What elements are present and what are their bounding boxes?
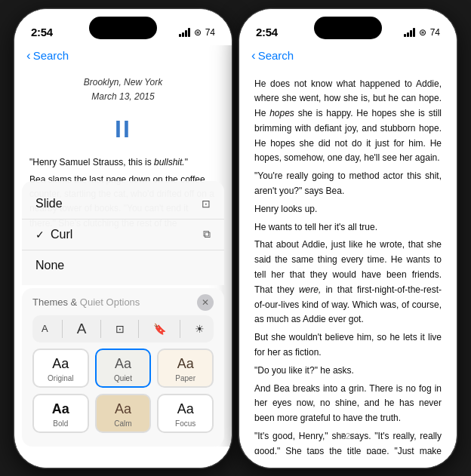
theme-label-original: Original xyxy=(48,374,73,382)
theme-aa-focus: Aa xyxy=(177,401,194,417)
battery-text: 74 xyxy=(205,27,215,38)
divider-4 xyxy=(180,320,180,338)
slide-label: Slide xyxy=(35,197,63,210)
theme-aa-paper: Aa xyxy=(177,356,194,372)
scroll-option-curl[interactable]: ✓ Curl ⧉ xyxy=(22,220,224,250)
nav-bar-left: ‹ Search xyxy=(14,45,232,68)
reading-para-6: But she wouldn't believe him, so he lets… xyxy=(254,330,442,361)
theme-card-quiet[interactable]: Aa Quiet xyxy=(95,349,152,388)
check-icon: ✓ xyxy=(35,229,45,241)
scroll-option-none[interactable]: None xyxy=(22,250,224,281)
bottom-bar-left xyxy=(14,447,232,468)
nav-bar-right: ‹ Search xyxy=(239,45,457,68)
dynamic-island-right xyxy=(314,17,382,39)
divider-3 xyxy=(138,320,139,338)
reading-para-8: And Bea breaks into a grin. There is no … xyxy=(254,382,442,426)
brightness-icon: ☀ xyxy=(195,323,205,335)
right-phone: 2:54 ⊛ 74 ‹ Search He does not know what xyxy=(239,8,457,468)
divider-1 xyxy=(62,320,63,338)
font-controls: A A ⊡ 🔖 ☀ xyxy=(32,315,214,342)
close-button[interactable]: ✕ xyxy=(197,294,214,311)
para-1: "Henry Samuel Strauss, this is bullshit.… xyxy=(29,155,217,170)
book-location: Brooklyn, New York March 13, 2015 xyxy=(29,75,217,106)
battery-text-right: 74 xyxy=(430,27,440,38)
reading-para-1: He does not know what happened to Addie,… xyxy=(254,77,442,167)
phones-container: 2:54 ⊛ 74 ‹ Search Brooklyn, Ne xyxy=(14,8,457,468)
theme-label-calm: Calm xyxy=(114,419,131,428)
reading-para-4: He wants to tell her it's all true. xyxy=(254,220,442,235)
time-right: 2:54 xyxy=(256,26,278,38)
curl-label: Curl xyxy=(51,228,72,241)
theme-card-calm[interactable]: Aa Calm xyxy=(95,394,152,433)
chevron-left-icon-right: ‹ xyxy=(251,48,256,63)
reading-para-3: Henry looks up. xyxy=(254,202,442,217)
wifi-icon: ⊛ xyxy=(194,27,202,38)
slide-icon: ⊡ xyxy=(202,198,211,210)
theme-aa-quiet: Aa xyxy=(115,356,131,372)
scroll-option-slide[interactable]: Slide ⊡ xyxy=(22,189,224,220)
themes-title: Themes & Quiet Options xyxy=(32,296,140,308)
theme-aa-original: Aa xyxy=(52,356,69,372)
font-style-icon: ⊡ xyxy=(115,323,125,335)
theme-label-quiet: Quiet xyxy=(114,374,132,382)
status-icons-left: ⊛ 74 xyxy=(179,27,215,38)
theme-card-original[interactable]: Aa Original xyxy=(32,349,89,388)
bookmark-icon: 🔖 xyxy=(153,323,166,335)
back-button-right[interactable]: ‹ Search xyxy=(251,48,445,63)
theme-aa-calm: Aa xyxy=(115,401,131,417)
bottom-bar-right xyxy=(239,454,457,468)
signal-icon-right xyxy=(404,28,415,37)
wifi-icon-right: ⊛ xyxy=(419,27,426,38)
theme-card-focus[interactable]: Aa Focus xyxy=(157,394,214,433)
reading-para-7: "Do you like it?" he asks. xyxy=(254,364,442,379)
back-label-left: Search xyxy=(33,49,69,62)
overlay-panel: Slide ⊡ ✓ Curl ⧉ None Themes & Quiet O xyxy=(14,181,232,468)
back-label-right: Search xyxy=(258,49,294,62)
scroll-options: Slide ⊡ ✓ Curl ⧉ None xyxy=(22,181,224,285)
status-icons-right: ⊛ 74 xyxy=(404,27,440,38)
theme-card-paper[interactable]: Aa Paper xyxy=(157,349,214,388)
theme-label-paper: Paper xyxy=(175,374,195,382)
theme-label-focus: Focus xyxy=(175,419,195,428)
page-number: 524 xyxy=(341,431,355,441)
time-left: 2:54 xyxy=(31,26,53,38)
themes-header: Themes & Quiet Options ✕ xyxy=(32,294,214,311)
reading-content: He does not know what happened to Addie,… xyxy=(239,68,457,454)
theme-aa-bold: Aa xyxy=(52,401,69,417)
left-phone: 2:54 ⊛ 74 ‹ Search Brooklyn, Ne xyxy=(14,8,232,468)
theme-card-bold[interactable]: Aa Bold xyxy=(32,394,89,433)
theme-cards-row-1: Aa Original Aa Quiet Aa Paper xyxy=(32,349,214,388)
dynamic-island xyxy=(89,17,157,39)
chapter-number: II xyxy=(29,109,217,149)
theme-label-bold: Bold xyxy=(53,419,68,428)
theme-cards-row-2: Aa Bold Aa Calm Aa Focus xyxy=(32,394,214,433)
font-small-label: A xyxy=(42,323,48,334)
divider-2 xyxy=(100,320,101,338)
font-large-label: A xyxy=(77,321,87,337)
reading-para-2: "You're really going to method actor thi… xyxy=(254,169,442,199)
reading-para-5: That about Addie, just like he wrote, th… xyxy=(254,238,442,327)
themes-section: Themes & Quiet Options ✕ A A ⊡ 🔖 ☀ xyxy=(22,288,224,447)
none-label: None xyxy=(35,259,64,272)
back-button-left[interactable]: ‹ Search xyxy=(26,48,220,63)
signal-icon xyxy=(179,28,190,37)
chevron-left-icon: ‹ xyxy=(26,48,31,63)
curl-icon: ⧉ xyxy=(203,228,211,241)
